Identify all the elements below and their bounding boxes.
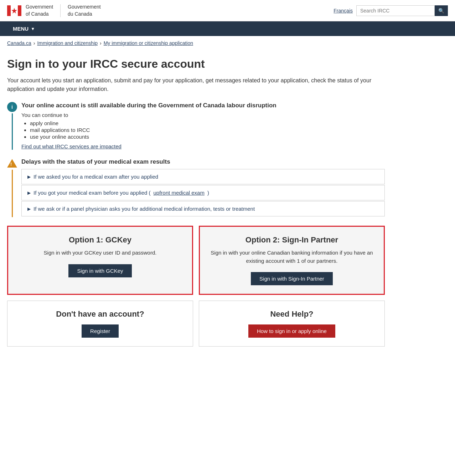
warning-box-left: [7, 158, 17, 217]
accordion-item-1: ▶ If we asked you for a medical exam aft…: [21, 169, 385, 184]
list-item: use your online accounts: [30, 134, 385, 140]
info-box-content: Your online account is still available d…: [21, 102, 385, 150]
warning-box: Delays with the status of your medical e…: [7, 158, 385, 217]
list-item: mail applications to IRCC: [30, 127, 385, 133]
accordion-item-3: ▶ If we ask or if a panel physician asks…: [21, 201, 385, 216]
info-box-border: [12, 113, 13, 150]
accordion-arrow-icon-2: ▶: [27, 190, 31, 195]
info-box-intro: You can continue to: [21, 112, 385, 118]
breadcrumb-myapp[interactable]: My immigration or citizenship applicatio…: [104, 40, 193, 46]
canada-flag-icon: [7, 5, 21, 16]
accordion-btn-3[interactable]: ▶ If we ask or if a panel physician asks…: [22, 201, 384, 216]
list-item: apply online: [30, 120, 385, 126]
accordion-arrow-icon-3: ▶: [27, 206, 31, 211]
svg-rect-2: [18, 5, 21, 16]
gov-name: Government of Canada: [26, 4, 53, 17]
menu-arrow-icon: ▼: [31, 26, 35, 31]
accordion-label-1: If we asked you for a medical exam after…: [33, 174, 158, 180]
page-title: Sign in to your IRCC secure account: [7, 57, 385, 71]
breadcrumb: Canada.ca › Immigration and citizenship …: [0, 36, 455, 50]
lang-link[interactable]: Français: [334, 8, 353, 14]
accordion-item-2: ▶ If you got your medical exam before yo…: [21, 185, 385, 200]
accordion-btn-2[interactable]: ▶ If you got your medical exam before yo…: [22, 185, 384, 200]
option1-card: Option 1: GCKey Sign in with your GCKey …: [7, 226, 193, 295]
cards-row: Option 1: GCKey Sign in with your GCKey …: [7, 226, 385, 295]
info-list: apply online mail applications to IRCC u…: [21, 120, 385, 140]
option2-desc: Sign in with your online Canadian bankin…: [207, 249, 377, 265]
breadcrumb-immigration[interactable]: Immigration and citizenship: [37, 40, 98, 46]
breadcrumb-sep2: ›: [100, 40, 102, 46]
option1-desc: Sign in with your GCKey user ID and pass…: [15, 249, 185, 257]
accordion-label-2-suffix: ): [207, 190, 209, 196]
bottom-cards-row: Don't have an account? Register Need Hel…: [7, 301, 385, 347]
gov-name-fr: Gouvernement du Canada: [68, 4, 101, 17]
option2-card: Option 2: Sign-In Partner Sign in with y…: [199, 226, 385, 295]
warning-triangle-icon: [7, 158, 17, 168]
gckey-button[interactable]: Sign in with GCKey: [68, 264, 131, 277]
page-intro: Your account lets you start an applicati…: [7, 76, 385, 93]
how-to-signin-button[interactable]: How to sign in or apply online: [248, 324, 335, 338]
need-help-title: Need Help?: [206, 309, 377, 319]
menu-button[interactable]: MENU ▼: [7, 21, 41, 36]
header: Government of Canada Gouvernement du Can…: [0, 0, 455, 21]
upfront-medical-link[interactable]: upfront medical exam: [154, 190, 205, 196]
info-icon: i: [7, 102, 17, 112]
info-box-title: Your online account is still available d…: [21, 102, 385, 109]
accordion-label-3: If we ask or if a panel physician asks y…: [33, 206, 255, 212]
ircc-services-link[interactable]: Find out what IRCC services are impacted: [21, 143, 121, 149]
register-button[interactable]: Register: [82, 324, 119, 338]
warning-content: Delays with the status of your medical e…: [21, 158, 385, 217]
accordion-label-2-prefix: If you got your medical exam before you …: [33, 190, 151, 196]
warning-title: Delays with the status of your medical e…: [21, 158, 385, 165]
option1-title: Option 1: GCKey: [15, 235, 185, 245]
accordion-arrow-icon-1: ▶: [27, 174, 31, 179]
header-left: Government of Canada Gouvernement du Can…: [7, 4, 101, 17]
signin-partner-button[interactable]: Sign in with Sign-In Partner: [251, 272, 333, 285]
need-help-card: Need Help? How to sign in or apply onlin…: [199, 301, 385, 347]
option2-title: Option 2: Sign-In Partner: [207, 235, 377, 245]
warning-border: [12, 170, 13, 217]
accordion-btn-1[interactable]: ▶ If we asked you for a medical exam aft…: [22, 169, 384, 184]
nav-bar: MENU ▼: [0, 21, 455, 36]
main-content: Sign in to your IRCC secure account Your…: [0, 50, 392, 357]
no-account-title: Don't have an account?: [15, 309, 186, 319]
header-right: Français 🔍: [334, 5, 448, 16]
breadcrumb-canada[interactable]: Canada.ca: [7, 40, 31, 46]
svg-rect-0: [7, 5, 11, 16]
search-button[interactable]: 🔍: [435, 5, 448, 16]
breadcrumb-sep1: ›: [33, 40, 35, 46]
search-bar: 🔍: [356, 5, 448, 16]
search-input[interactable]: [356, 5, 435, 16]
info-box-left: i: [7, 102, 17, 150]
info-box: i Your online account is still available…: [7, 102, 385, 150]
no-account-card: Don't have an account? Register: [7, 301, 193, 347]
